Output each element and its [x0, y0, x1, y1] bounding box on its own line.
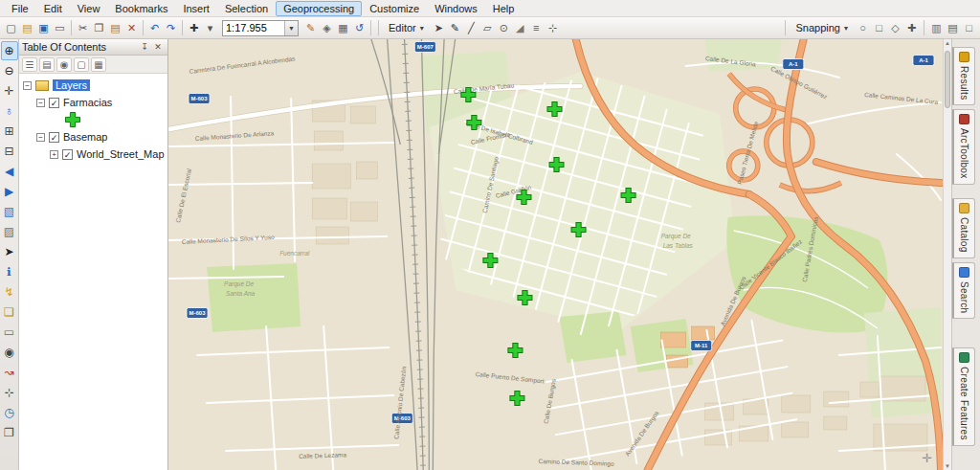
tree-item-basemap[interactable]: Basemap [63, 131, 107, 143]
menu-geoprocessing[interactable]: Geoprocessing [276, 1, 362, 16]
dock-tab-results[interactable]: Results [952, 47, 975, 105]
paste-icon[interactable]: ▤ [107, 20, 123, 36]
redo-icon[interactable]: ↷ [163, 20, 179, 36]
list-by-visibility-icon[interactable]: ◉ [56, 57, 72, 72]
dock-tab-arctoolbox[interactable]: ArcToolbox [952, 109, 975, 184]
clear-selection-tool[interactable]: ▨ [1, 222, 18, 241]
new-map-icon[interactable]: ▢ [3, 20, 19, 36]
cut-icon[interactable]: ✂ [75, 20, 91, 36]
menu-selection[interactable]: Selection [217, 1, 276, 16]
zoom-in-tool[interactable]: ⊕ [1, 41, 18, 60]
expander-icon[interactable]: − [36, 133, 45, 142]
menu-file[interactable]: File [4, 1, 36, 16]
expander-icon[interactable]: − [23, 81, 32, 90]
editor-menu-button[interactable]: Editor ▾ [383, 20, 430, 35]
menu-customize[interactable]: Customize [362, 1, 427, 16]
svg-text:M-603: M-603 [189, 310, 207, 316]
edge-snapping-icon[interactable]: ✚ [903, 20, 920, 36]
back-extent-tool[interactable]: ◀ [1, 162, 18, 181]
polygon-tool-icon[interactable]: ▱ [479, 20, 496, 36]
fixed-zoom-out-tool[interactable]: ⊟ [1, 142, 18, 161]
map-nav-widget[interactable]: ✛ [922, 451, 932, 465]
print-icon[interactable]: ▭ [52, 20, 68, 36]
edit-toolbar-icon[interactable]: ✎ [302, 20, 319, 36]
list-by-selection-icon[interactable]: ▢ [74, 57, 89, 72]
table-icon[interactable]: ▦ [335, 20, 351, 36]
pan-tool[interactable]: ✛ [1, 81, 18, 101]
copy-icon[interactable]: ❐ [91, 20, 107, 36]
snapping-menu-button[interactable]: Snapping ▾ [790, 20, 854, 35]
dock-tab-create-features[interactable]: Create Features [952, 347, 975, 446]
scrollbar-thumb[interactable] [945, 51, 950, 108]
menu-insert[interactable]: Insert [175, 1, 217, 16]
scroll-up-icon[interactable]: ▲ [944, 39, 951, 47]
list-by-drawing-order-icon[interactable]: ☰ [22, 57, 37, 72]
dock-tab-catalog[interactable]: Catalog [952, 198, 975, 258]
toc-options-icon[interactable]: ▦ [91, 57, 106, 72]
tree-item-layers[interactable]: Layers [53, 79, 90, 91]
undo-icon[interactable]: ↶ [146, 20, 163, 36]
save-map-icon[interactable]: ▣ [35, 20, 52, 36]
viewer-window-tool[interactable]: ❐ [1, 423, 18, 442]
html-popup-tool[interactable]: ❏ [1, 302, 18, 322]
go-to-xy-tool[interactable]: ⊹ [1, 383, 18, 402]
scale-input[interactable] [223, 22, 284, 34]
map-scale-combo[interactable]: ▼ [222, 20, 299, 36]
basemap-checkbox[interactable]: ✓ [49, 132, 59, 143]
window-icon-2[interactable]: ▤ [945, 20, 961, 36]
hyperlink-tool[interactable]: ↯ [1, 282, 18, 302]
attributes-icon[interactable]: ≡ [528, 20, 545, 36]
toolbar-separator [182, 20, 183, 35]
menu-edit[interactable]: Edit [36, 1, 70, 16]
expander-icon[interactable]: − [36, 99, 45, 107]
fixed-zoom-in-tool[interactable]: ⊞ [1, 122, 18, 141]
map-vertical-scrollbar[interactable]: ▲ ▼ [943, 39, 951, 470]
end-snapping-icon[interactable]: □ [871, 20, 887, 36]
dock-tab-search[interactable]: Search [952, 262, 975, 320]
identify-tool[interactable]: ℹ [1, 262, 18, 281]
delete-icon[interactable]: ✕ [123, 20, 140, 36]
menu-view[interactable]: View [70, 1, 108, 16]
zoom-out-tool[interactable]: ⊖ [1, 61, 18, 80]
world-street-map-checkbox[interactable]: ✓ [62, 149, 73, 160]
menu-help[interactable]: Help [485, 1, 523, 16]
open-map-icon[interactable]: ▤ [19, 20, 35, 36]
add-data-icon[interactable]: ✚ [186, 20, 202, 36]
svg-text:A-1: A-1 [919, 57, 928, 63]
map-canvas[interactable]: M-603M-607A-1A-1M-603M-11M-603 Carretera… [168, 39, 943, 470]
list-by-source-icon[interactable]: ▤ [39, 57, 55, 72]
select-elements-tool[interactable]: ➤ [1, 242, 18, 261]
point-snapping-icon[interactable]: ○ [855, 20, 871, 36]
find-route-tool[interactable]: ↝ [1, 363, 18, 382]
find-tool[interactable]: ◉ [1, 343, 18, 362]
pin-icon[interactable]: ↧ [138, 42, 151, 52]
scale-dropdown-icon[interactable]: ▼ [284, 21, 298, 35]
menu-bookmarks[interactable]: Bookmarks [107, 1, 175, 16]
expander-icon[interactable]: + [50, 150, 58, 159]
farmacias-symbol[interactable] [65, 112, 80, 127]
vertex-snapping-icon[interactable]: ◇ [887, 20, 903, 36]
line-tool-icon[interactable]: ╱ [463, 20, 479, 36]
window-icon-1[interactable]: ▥ [928, 20, 945, 36]
select-features-tool[interactable]: ▧ [1, 202, 18, 221]
close-icon[interactable]: ✕ [151, 42, 165, 52]
edit-tool-icon[interactable]: ➤ [431, 20, 447, 36]
farmacias-checkbox[interactable]: ✓ [49, 98, 59, 108]
sketch-properties-icon[interactable]: ⊹ [545, 20, 561, 36]
refresh-icon[interactable]: ↺ [351, 20, 368, 36]
menu-windows[interactable]: Windows [427, 1, 485, 16]
tree-item-world-street-map[interactable]: World_Street_Map [77, 148, 165, 160]
fixed-scale-icon[interactable]: ◈ [319, 20, 335, 36]
full-extent-tool[interactable]: ♁ [1, 101, 18, 121]
sketch-tool-icon[interactable]: ✎ [447, 20, 463, 36]
time-slider-tool[interactable]: ◷ [1, 403, 18, 422]
measure-tool[interactable]: ▭ [1, 323, 18, 342]
window-icon-3[interactable]: □ [961, 20, 977, 36]
scroll-down-icon[interactable]: ▼ [944, 462, 951, 470]
cut-polygon-icon[interactable]: ◢ [512, 20, 528, 36]
tree-item-farmacias[interactable]: Farmacias [63, 97, 112, 108]
vertex-tool-icon[interactable]: ⊙ [496, 20, 512, 36]
map-view[interactable]: M-603M-607A-1A-1M-603M-11M-603 Carretera… [168, 39, 951, 470]
add-data-dropdown-icon[interactable]: ▾ [202, 20, 218, 36]
forward-extent-tool[interactable]: ▶ [1, 182, 18, 201]
